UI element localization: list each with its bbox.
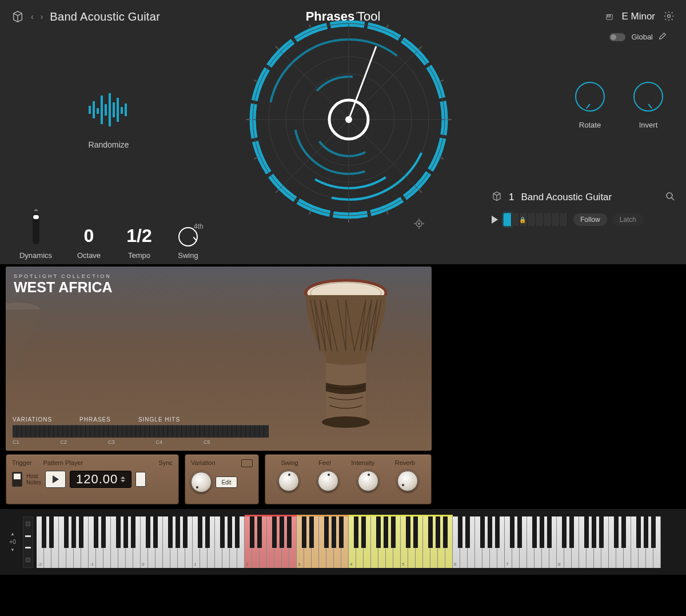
- slot-steps[interactable]: [504, 213, 568, 226]
- search-icon[interactable]: [665, 192, 675, 202]
- edit-icon[interactable]: [659, 32, 667, 42]
- octave-value[interactable]: 0: [84, 225, 94, 247]
- slot-number: 1: [509, 192, 514, 203]
- feel-knob[interactable]: [318, 471, 338, 491]
- variation-knob[interactable]: [191, 472, 212, 492]
- svg-point-49: [418, 223, 420, 224]
- svg-line-43: [254, 157, 258, 159]
- randomize-graphic[interactable]: [83, 90, 134, 130]
- svg-line-40: [309, 25, 311, 29]
- mini-oct-c1: C1: [13, 439, 19, 445]
- mini-oct-c4: C4: [156, 439, 163, 445]
- next-preset-icon[interactable]: ›: [41, 12, 43, 21]
- pitch-down-icon[interactable]: ▼: [10, 547, 15, 553]
- svg-line-46: [309, 210, 311, 214]
- svg-line-44: [440, 80, 444, 82]
- dynamics-slider[interactable]: [33, 213, 39, 244]
- global-label: Global: [631, 33, 653, 41]
- rotate-label: Rotate: [579, 121, 601, 129]
- key-label[interactable]: E Minor: [621, 11, 655, 22]
- pitch-up-icon[interactable]: ▲: [10, 531, 15, 536]
- mini-oct-c3: C3: [108, 439, 115, 445]
- svg-rect-7: [101, 96, 103, 124]
- svg-rect-8: [105, 104, 107, 116]
- trigger-indicator[interactable]: [12, 472, 22, 487]
- svg-line-55: [672, 198, 674, 200]
- zone-label-singlehits: SINGLE HITS: [138, 416, 180, 423]
- svg-line-41: [386, 25, 388, 29]
- swing2-knob[interactable]: [278, 471, 299, 491]
- intensity-label: Intensity: [351, 459, 374, 466]
- lock-icon[interactable]: 🔒: [519, 217, 526, 223]
- svg-rect-11: [117, 98, 119, 122]
- svg-rect-1: [608, 15, 609, 18]
- octave-label: Octave: [77, 251, 101, 260]
- host-notes-label: Host Notes: [26, 473, 41, 486]
- svg-line-42: [254, 80, 258, 82]
- svg-line-38: [418, 46, 422, 50]
- pattern-player-label: Pattern Player: [43, 459, 83, 466]
- tempo-label: Tempo: [128, 251, 150, 260]
- svg-rect-10: [113, 102, 115, 117]
- instrument-view: SPOTLIGHT COLLECTION WEST AFRICA: [6, 267, 432, 451]
- zone-label-variations: VARIATIONS: [13, 416, 52, 423]
- swing-label: Swing: [178, 251, 198, 260]
- piano-keyboard[interactable]: -2-1012345678: [37, 516, 686, 568]
- randomize-label: Randomize: [89, 140, 129, 149]
- sync-label: Sync: [159, 459, 173, 466]
- trigger-label: Trigger: [12, 459, 31, 466]
- instrument-name: WEST AFRICA: [14, 279, 113, 296]
- follow-button[interactable]: Follow: [573, 213, 607, 226]
- dynamics-label: Dynamics: [19, 251, 52, 260]
- svg-point-54: [667, 193, 672, 198]
- global-toggle[interactable]: [609, 33, 625, 41]
- latch-button[interactable]: Latch: [613, 213, 643, 226]
- mini-keyboard[interactable]: [13, 425, 269, 438]
- tempo-value[interactable]: 1/2: [126, 225, 151, 247]
- edit-button[interactable]: Edit: [216, 476, 237, 488]
- preset-name[interactable]: Band Acoustic Guitar: [50, 10, 160, 23]
- instrument-subtitle: SPOTLIGHT COLLECTION: [14, 273, 113, 279]
- svg-rect-4: [89, 106, 91, 114]
- key-icon: [605, 13, 613, 21]
- mini-oct-c2: C2: [61, 439, 67, 445]
- invert-knob[interactable]: [633, 82, 663, 112]
- locate-icon[interactable]: [414, 218, 424, 229]
- sync-button[interactable]: [135, 472, 146, 487]
- reverb-knob[interactable]: [397, 471, 418, 491]
- rotate-knob[interactable]: [575, 82, 605, 112]
- zone-label-phrases: PHRASES: [79, 416, 111, 423]
- svg-point-60: [322, 416, 370, 428]
- background-drum: [6, 301, 46, 369]
- svg-line-37: [418, 189, 422, 193]
- slot-play-icon[interactable]: [492, 216, 498, 224]
- pattern-play-button[interactable]: [45, 471, 66, 488]
- dice-icon[interactable]: [11, 10, 24, 23]
- slot-name[interactable]: Band Acoustic Guitar: [521, 192, 612, 203]
- svg-line-47: [386, 210, 388, 214]
- djembe-image: [294, 277, 397, 437]
- svg-line-36: [276, 46, 279, 50]
- svg-line-45: [440, 157, 444, 159]
- slot-dice-icon[interactable]: [492, 191, 502, 203]
- pattern-grid-icon[interactable]: [241, 459, 253, 467]
- swing2-label: Swing: [281, 459, 298, 466]
- svg-line-31: [349, 46, 376, 120]
- svg-rect-6: [97, 108, 99, 114]
- svg-rect-12: [121, 107, 123, 114]
- svg-rect-2: [609, 15, 611, 18]
- gear-icon[interactable]: [663, 10, 675, 23]
- pitch-value: +0: [9, 539, 15, 545]
- velocity-strip[interactable]: [23, 516, 33, 568]
- svg-line-39: [276, 189, 279, 193]
- svg-rect-13: [125, 104, 127, 116]
- mini-oct-c5: C5: [204, 439, 210, 445]
- prev-preset-icon[interactable]: ‹: [31, 12, 34, 21]
- intensity-knob[interactable]: [358, 471, 378, 491]
- svg-rect-9: [109, 93, 111, 126]
- phrase-dial[interactable]: [246, 17, 452, 222]
- feel-label: Feel: [318, 459, 330, 466]
- svg-point-3: [668, 14, 671, 17]
- bpm-display[interactable]: 120.00: [70, 471, 131, 488]
- swing-knob[interactable]: [178, 227, 198, 247]
